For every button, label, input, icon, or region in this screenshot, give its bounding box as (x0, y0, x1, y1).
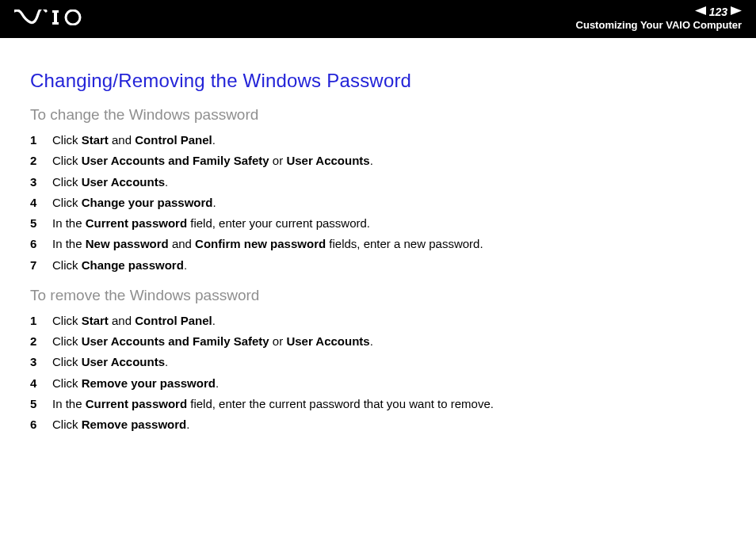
step-item: 6In the New password and Confirm new pas… (30, 234, 726, 254)
step-item: 2Click User Accounts and Family Safety o… (30, 151, 726, 171)
step-number: 3 (30, 172, 52, 193)
step-item: 3Click User Accounts. (30, 352, 726, 372)
step-item: 3Click User Accounts. (30, 172, 726, 193)
step-text: Click Remove password. (52, 414, 189, 435)
svg-rect-2 (52, 22, 59, 25)
step-number: 1 (30, 130, 52, 151)
step-item: 5In the Current password field, enter th… (30, 394, 726, 414)
steps-remove: 1Click Start and Control Panel.2Click Us… (30, 311, 726, 436)
step-number: 1 (30, 311, 52, 331)
header-bar: 123 Customizing Your VAIO Computer (0, 0, 756, 38)
step-text: Click User Accounts. (52, 172, 168, 193)
step-item: 6Click Remove password. (30, 414, 726, 435)
step-text: Click Change password. (52, 255, 187, 276)
svg-rect-1 (52, 10, 59, 13)
step-item: 5In the Current password field, enter yo… (30, 213, 726, 234)
subhead-remove: To remove the Windows password (30, 287, 726, 304)
page-title: Changing/Removing the Windows Password (30, 70, 726, 92)
header-meta: 123 Customizing Your VAIO Computer (576, 5, 742, 32)
step-text: Click Remove your password. (52, 373, 219, 394)
step-text: Click User Accounts. (52, 352, 168, 372)
step-number: 7 (30, 255, 52, 276)
next-page-arrow-icon[interactable] (731, 6, 742, 19)
step-text: Click Start and Control Panel. (52, 311, 216, 331)
step-item: 1Click Start and Control Panel. (30, 311, 726, 331)
step-number: 5 (30, 213, 52, 234)
steps-change: 1Click Start and Control Panel.2Click Us… (30, 130, 726, 276)
svg-marker-4 (695, 6, 706, 15)
page-number: 123 (708, 5, 729, 19)
step-text: Click User Accounts and Family Safety or… (52, 151, 373, 171)
step-number: 2 (30, 151, 52, 171)
page-nav: 123 (576, 5, 742, 19)
section-label: Customizing Your VAIO Computer (576, 19, 742, 32)
page-content: Changing/Removing the Windows Password T… (0, 38, 756, 435)
subhead-change: To change the Windows password (30, 106, 726, 124)
step-text: In the New password and Confirm new pass… (52, 234, 483, 254)
step-item: 7Click Change password. (30, 255, 726, 276)
step-number: 3 (30, 352, 52, 372)
step-number: 6 (30, 414, 52, 435)
step-text: In the Current password field, enter you… (52, 213, 370, 234)
step-number: 5 (30, 394, 52, 414)
vaio-logo (14, 10, 90, 29)
step-item: 1Click Start and Control Panel. (30, 130, 726, 151)
step-text: Click Start and Control Panel. (52, 130, 216, 151)
step-item: 4Click Remove your password. (30, 373, 726, 394)
step-text: In the Current password field, enter the… (52, 394, 494, 414)
step-item: 2Click User Accounts and Family Safety o… (30, 331, 726, 352)
svg-marker-5 (731, 6, 742, 15)
step-number: 4 (30, 193, 52, 213)
step-text: Click User Accounts and Family Safety or… (52, 331, 373, 352)
step-item: 4Click Change your password. (30, 193, 726, 213)
step-number: 6 (30, 234, 52, 254)
step-number: 4 (30, 373, 52, 394)
step-text: Click Change your password. (52, 193, 216, 213)
step-number: 2 (30, 331, 52, 352)
prev-page-arrow-icon[interactable] (695, 6, 706, 19)
svg-point-3 (66, 10, 80, 25)
